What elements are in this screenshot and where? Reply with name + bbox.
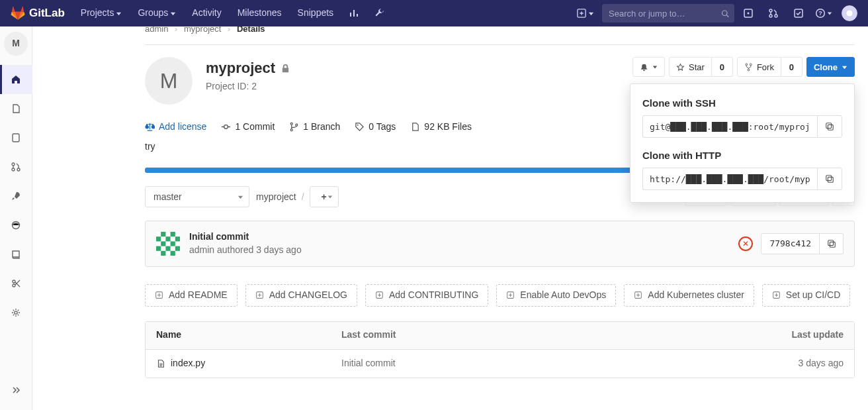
svg-rect-41 bbox=[161, 251, 165, 256]
tag-icon bbox=[355, 122, 365, 132]
notifications-dropdown[interactable] bbox=[632, 57, 665, 77]
search-icon bbox=[721, 9, 729, 19]
copy-icon bbox=[825, 174, 834, 183]
merge-icon bbox=[11, 162, 21, 172]
chip-add-changelog[interactable]: Add CHANGELOG bbox=[245, 284, 357, 307]
caret-down-icon bbox=[170, 11, 176, 17]
svg-rect-37 bbox=[171, 241, 175, 246]
sidebar-project-avatar[interactable]: M bbox=[4, 32, 28, 56]
chevrons-right-icon bbox=[11, 385, 21, 395]
copy-icon bbox=[827, 239, 836, 248]
commits-stat[interactable]: 1 Commit bbox=[221, 121, 275, 134]
header-issues-icon[interactable] bbox=[737, 0, 760, 26]
th-name: Name bbox=[156, 329, 341, 342]
svg-point-27 bbox=[291, 129, 293, 131]
chip-enable-autodevops[interactable]: Enable Auto DevOps bbox=[496, 284, 616, 307]
header-help-icon[interactable]: ? bbox=[812, 0, 835, 26]
global-search[interactable] bbox=[602, 4, 734, 23]
file-last-update: 3 days ago bbox=[738, 357, 844, 370]
files-stat[interactable]: 92 KB Files bbox=[410, 121, 472, 134]
breadcrumb-project[interactable]: myproject bbox=[184, 26, 221, 34]
svg-point-20 bbox=[748, 69, 750, 71]
clone-popover: Clone with SSH Clone with HTTP bbox=[630, 83, 855, 203]
clone-ssh-input[interactable] bbox=[642, 115, 817, 138]
scale-icon bbox=[145, 122, 155, 132]
path-root[interactable]: myproject bbox=[256, 191, 296, 204]
branch-select[interactable]: master bbox=[145, 186, 249, 207]
copy-http-button[interactable] bbox=[817, 168, 842, 190]
main-content: admin › myproject › Details M myproject … bbox=[32, 26, 868, 410]
sidebar-operations[interactable] bbox=[0, 211, 32, 240]
nav-metrics-icon[interactable] bbox=[343, 0, 365, 26]
chip-add-contributing[interactable]: Add CONTRIBUTING bbox=[365, 284, 488, 307]
sidebar-merge-requests[interactable] bbox=[0, 152, 32, 181]
sidebar-snippets[interactable] bbox=[0, 269, 32, 298]
lock-icon bbox=[281, 64, 290, 74]
commit-title[interactable]: Initial commit bbox=[189, 231, 302, 244]
caret-down-icon bbox=[116, 11, 122, 17]
table-row[interactable]: index.py Initial commit 3 days ago bbox=[146, 350, 854, 378]
header-new-dropdown[interactable] bbox=[572, 4, 599, 23]
fork-button[interactable]: Fork bbox=[737, 57, 781, 77]
search-input[interactable] bbox=[607, 8, 721, 19]
branches-stat[interactable]: 1 Branch bbox=[289, 121, 340, 134]
clone-http-input[interactable] bbox=[642, 168, 817, 190]
star-count[interactable]: 0 bbox=[712, 57, 733, 77]
tags-stat[interactable]: 0 Tags bbox=[355, 121, 396, 134]
scissors-icon bbox=[11, 278, 21, 289]
svg-point-26 bbox=[291, 123, 293, 125]
svg-point-29 bbox=[357, 125, 359, 126]
brand-logo[interactable]: GitLab bbox=[11, 5, 65, 21]
sidebar-issues[interactable] bbox=[0, 123, 32, 152]
nav-activity[interactable]: Activity bbox=[185, 0, 228, 26]
sidebar-wiki[interactable] bbox=[0, 240, 32, 269]
sidebar-project-overview[interactable] bbox=[0, 65, 32, 94]
breadcrumb-admin[interactable]: admin bbox=[145, 26, 168, 34]
file-last-commit[interactable]: Initial commit bbox=[341, 357, 738, 370]
header-mrs-icon[interactable] bbox=[762, 0, 785, 26]
chip-setup-cicd[interactable]: Set up CI/CD bbox=[762, 284, 850, 307]
star-icon bbox=[676, 63, 685, 72]
project-avatar: M bbox=[145, 57, 193, 105]
pipeline-status-failed-icon[interactable]: ✕ bbox=[738, 236, 753, 251]
user-avatar[interactable] bbox=[842, 5, 857, 21]
add-license-link[interactable]: Add license bbox=[145, 121, 206, 134]
clone-button[interactable]: Clone bbox=[806, 57, 855, 77]
svg-point-17 bbox=[15, 311, 17, 314]
book-icon bbox=[11, 249, 21, 260]
sidebar-cicd[interactable] bbox=[0, 181, 32, 211]
header-todos-icon[interactable] bbox=[787, 0, 810, 26]
svg-point-3 bbox=[748, 13, 750, 15]
svg-point-5 bbox=[769, 15, 772, 17]
copy-ssh-button[interactable] bbox=[817, 115, 842, 138]
nav-milestones[interactable]: Milestones bbox=[231, 0, 288, 26]
chip-add-kubernetes[interactable]: Add Kubernetes cluster bbox=[624, 284, 754, 307]
svg-point-15 bbox=[13, 280, 15, 283]
svg-point-19 bbox=[750, 64, 752, 66]
svg-rect-39 bbox=[165, 246, 170, 251]
sidebar-expand[interactable] bbox=[0, 376, 32, 405]
file-name: index.py bbox=[171, 357, 205, 370]
breadcrumb-current: Details bbox=[237, 26, 265, 34]
plus-square-icon bbox=[375, 291, 384, 299]
sidebar-repository[interactable] bbox=[0, 94, 32, 123]
plus-square-icon bbox=[634, 291, 642, 299]
star-button[interactable]: Star bbox=[669, 57, 712, 77]
sidebar-settings[interactable] bbox=[0, 298, 32, 327]
add-file-dropdown[interactable]: + bbox=[310, 186, 339, 207]
fork-count[interactable]: 0 bbox=[781, 57, 803, 77]
clone-ssh-title: Clone with SSH bbox=[642, 96, 842, 110]
left-sidebar: M bbox=[0, 26, 32, 410]
copy-sha-button[interactable] bbox=[820, 233, 844, 254]
doc-icon bbox=[11, 103, 21, 114]
commit-sha[interactable]: 7798c412 bbox=[761, 233, 820, 254]
chip-add-readme[interactable]: Add README bbox=[145, 284, 238, 307]
nav-admin-wrench-icon[interactable] bbox=[368, 0, 390, 26]
commit-icon bbox=[221, 122, 231, 132]
commit-subtitle: admin authored 3 days ago bbox=[189, 244, 302, 257]
nav-projects[interactable]: Projects bbox=[74, 0, 129, 26]
nav-groups[interactable]: Groups bbox=[131, 0, 183, 26]
nav-snippets[interactable]: Snippets bbox=[291, 0, 340, 26]
commit-author-identicon bbox=[156, 232, 180, 256]
svg-rect-30 bbox=[156, 232, 180, 256]
